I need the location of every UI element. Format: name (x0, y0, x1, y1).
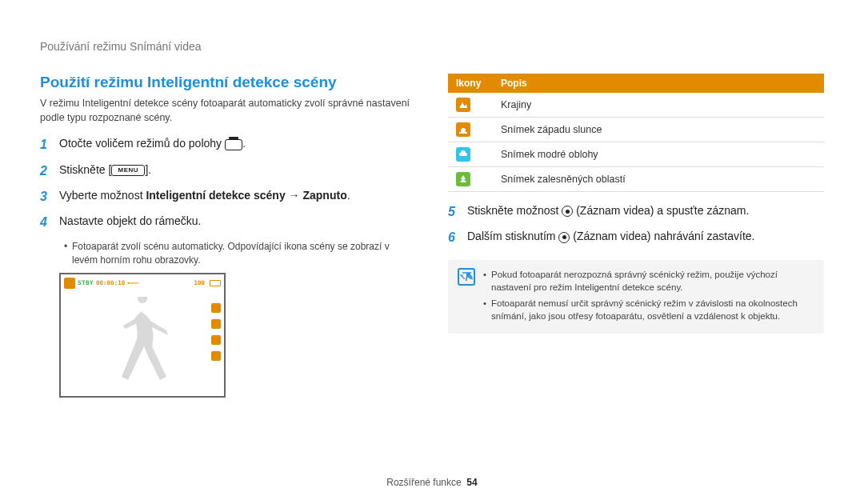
sunset-icon (456, 122, 470, 137)
scene-icon (64, 278, 75, 289)
footer-section: Rozšířené funkce (386, 477, 461, 488)
note-icon: ✎ (458, 268, 475, 286)
breadcrumb: Používání režimu Snímání videa (40, 40, 824, 53)
exposure-dots: ▪▫▫▫▫▫▫▫▫ (127, 280, 138, 286)
step-text: Stiskněte možnost (467, 204, 562, 217)
step-text: Vyberte možnost (59, 189, 146, 202)
menu-icon: MENU (111, 165, 145, 176)
step-number: 1 (40, 136, 53, 154)
intro-text: V režimu Inteligentní detekce scény foto… (40, 96, 416, 125)
row-label: Snímek zalesněných oblastí (493, 167, 824, 192)
step-4: 4 Nastavte objekt do rámečku. (40, 214, 416, 231)
step-5: 5 Stiskněte možnost (Záznam videa) a spu… (448, 203, 824, 221)
step-text: . (242, 137, 246, 150)
table-row: Snímek západu slunce (448, 118, 824, 142)
row-label: Snímek modré oblohy (493, 142, 824, 167)
record-icon (562, 206, 573, 217)
step-bold-text: Inteligentní detekce scény → Zapnuto (146, 189, 346, 202)
step-3: 3 Vyberte možnost Inteligentní detekce s… (40, 188, 416, 206)
side-icon (211, 335, 221, 345)
table-header-icons: Ikony (448, 74, 493, 93)
page-number: 54 (466, 477, 477, 488)
dancer-silhouette (98, 297, 186, 393)
section-title: Použití režimu Inteligentní detekce scén… (40, 74, 416, 91)
step-1: 1 Otočte voličem režimů do polohy . (40, 136, 416, 154)
step-text: ]. (145, 163, 151, 176)
step-text: Stiskněte [ (59, 163, 111, 176)
step-number: 6 (448, 229, 461, 246)
note-item: Pokud fotoaparát nerozpozná správný scén… (483, 268, 814, 294)
step-text: Nastavte objekt do rámečku. (59, 214, 201, 230)
page-footer: Rozšířené funkce 54 (0, 477, 864, 488)
stby-label: STBY (78, 279, 94, 286)
left-column: Použití režimu Inteligentní detekce scén… (40, 74, 416, 398)
note-box: ✎ Pokud fotoaparát nerozpozná správný sc… (448, 260, 824, 334)
step-number: 3 (40, 188, 53, 206)
video-mode-icon (225, 139, 242, 150)
landscape-icon (456, 98, 470, 112)
svg-rect-1 (459, 132, 467, 134)
table-row: Snímek zalesněných oblastí (448, 167, 824, 192)
step-number: 2 (40, 162, 53, 180)
table-row: Snímek modré oblohy (448, 142, 824, 167)
side-icon (211, 303, 221, 313)
step-text: Dalším stisknutím (467, 230, 558, 242)
step-text: (Záznam videa) a spusťte záznam. (573, 204, 749, 217)
step-text: Otočte voličem režimů do polohy (59, 137, 225, 150)
side-icon (211, 319, 221, 329)
row-label: Snímek západu slunce (493, 118, 824, 142)
step-2: 2 Stiskněte [MENU]. (40, 162, 416, 180)
step-number: 5 (448, 203, 461, 221)
sky-icon (456, 147, 470, 162)
scene-icon-table: Ikony Popis Krajiny Snímek západu slunce (448, 74, 824, 192)
table-row: Krajiny (448, 93, 824, 118)
row-label: Krajiny (493, 93, 824, 118)
table-header-desc: Popis (493, 74, 824, 93)
record-icon (558, 232, 570, 243)
battery-icon (210, 280, 221, 286)
camera-preview: STBY 00:00:10 ▪▫▫▫▫▫▫▫▫ 100 (59, 273, 226, 398)
step-text: (Záznam videa) nahrávání zastavíte. (570, 230, 754, 242)
step-4-sub: Fotoaparát zvolí scénu automaticky. Odpo… (64, 240, 416, 268)
step-6: 6 Dalším stisknutím (Záznam videa) nahrá… (448, 229, 824, 246)
steps-list: 1 Otočte voličem režimů do polohy . 2 St… (40, 136, 416, 397)
storage-count: 100 (194, 279, 205, 286)
step-number: 4 (40, 214, 53, 231)
note-item: Fotoaparát nemusí určit správný scénický… (483, 297, 814, 322)
forest-icon (456, 172, 470, 186)
right-column: Ikony Popis Krajiny Snímek západu slunce (448, 74, 824, 398)
time-label: 00:00:10 (96, 279, 125, 286)
step-text: . (347, 189, 350, 202)
side-icon (211, 351, 221, 361)
